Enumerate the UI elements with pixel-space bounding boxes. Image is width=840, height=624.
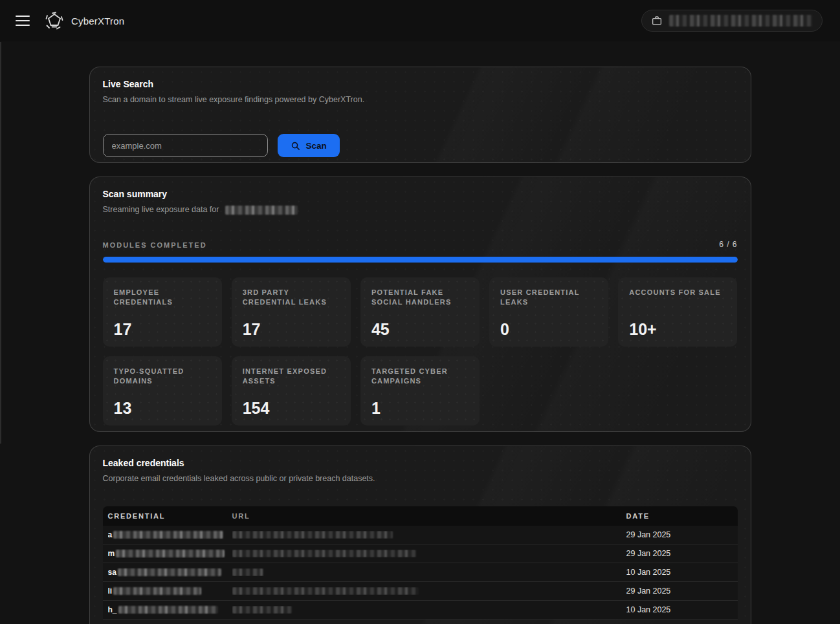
scan-summary-title: Scan summary	[103, 189, 738, 199]
url-redacted	[232, 531, 393, 539]
credential-redacted	[113, 531, 223, 539]
domain-input[interactable]	[103, 134, 268, 157]
live-search-card: Live Search Scan a domain to stream live…	[89, 67, 751, 163]
stat-value: 0	[500, 321, 597, 338]
scan-summary-card: Scan summary Streaming live exposure dat…	[89, 177, 751, 432]
stat-value: 1	[371, 400, 469, 416]
live-search-title: Live Search	[103, 79, 738, 89]
app-title: CyberXTron	[71, 16, 124, 27]
leaked-credentials-title: Leaked credentials	[103, 458, 738, 468]
scan-summary-subtitle: Streaming live exposure data for	[103, 205, 738, 215]
credential-redacted	[118, 606, 218, 614]
workspace-badge[interactable]	[641, 10, 823, 32]
table-row[interactable]: h_ 10 Jan 2025	[103, 601, 738, 619]
workspace-name-redacted	[669, 15, 813, 27]
modules-progress-bar	[103, 257, 738, 263]
stat-tile-accounts-for-sale: ACCOUNTS FOR SALE 10+	[618, 277, 737, 347]
leak-date: 29 Jan 2025	[626, 586, 738, 596]
url-redacted	[232, 550, 416, 557]
live-search-subtitle: Scan a domain to stream live exposure fi…	[103, 95, 738, 104]
left-rail-divider	[0, 42, 1, 444]
table-row[interactable]: sa 10 Jan 2025	[103, 563, 738, 582]
stat-value: 10+	[629, 321, 726, 338]
table-row[interactable]: a 29 Jan 2025	[103, 526, 738, 544]
stat-value: 154	[243, 400, 340, 416]
stat-tile-fake-social-handlers: POTENTIAL FAKE SOCIAL HANDLERS 45	[360, 277, 480, 347]
leak-date: 29 Jan 2025	[626, 549, 738, 558]
stat-tile-typo-squatted-domains: TYPO-SQUATTED DOMAINS 13	[103, 356, 222, 425]
scan-domain-redacted	[225, 206, 298, 215]
column-header-url: URL	[232, 512, 626, 520]
modules-progress-fill	[103, 257, 738, 263]
leaked-credentials-subtitle: Corporate email credentials leaked acros…	[103, 474, 738, 483]
stat-value: 13	[114, 400, 211, 416]
top-bar: CyberXTron	[0, 0, 840, 41]
column-header-credential: CREDENTIAL	[108, 512, 232, 520]
cyberxtron-logo-icon	[43, 9, 66, 32]
briefcase-icon	[651, 15, 663, 27]
stat-value: 17	[114, 321, 211, 338]
stats-grid: EMPLOYEE CREDENTIALS 17 3RD PARTY CREDEN…	[103, 277, 738, 425]
stat-tile-employee-credentials: EMPLOYEE CREDENTIALS 17	[103, 277, 222, 347]
leaked-credentials-table: CREDENTIAL URL DATE a 29 Jan 2025	[103, 506, 738, 619]
url-redacted	[232, 606, 292, 614]
column-header-date: DATE	[626, 512, 738, 520]
search-icon	[291, 141, 300, 151]
url-redacted	[232, 587, 419, 595]
modules-completed-count: 6 / 6	[719, 240, 737, 249]
table-row[interactable]: li 29 Jan 2025	[103, 582, 738, 601]
stat-value: 17	[243, 321, 340, 338]
scan-button-label: Scan	[306, 141, 327, 151]
leak-date: 29 Jan 2025	[626, 530, 738, 539]
credential-redacted	[118, 568, 221, 576]
table-row[interactable]: m 29 Jan 2025	[103, 544, 738, 563]
leaked-credentials-card: Leaked credentials Corporate email crede…	[89, 446, 751, 624]
scan-button[interactable]: Scan	[278, 134, 340, 157]
stat-tile-user-credential-leaks: USER CREDENTIAL LEAKS 0	[489, 277, 608, 347]
stat-value: 45	[371, 321, 469, 338]
stat-tile-3rd-party-leaks: 3RD PARTY CREDENTIAL LEAKS 17	[232, 277, 351, 347]
leak-date: 10 Jan 2025	[626, 605, 738, 614]
menu-icon[interactable]	[16, 16, 30, 26]
stat-tile-targeted-cyber-campaigns: TARGETED CYBER CAMPAIGNS 1	[360, 356, 480, 425]
stat-tile-internet-exposed-assets: INTERNET EXPOSED ASSETS 154	[232, 356, 351, 425]
modules-completed-label: MODULES COMPLETED	[103, 241, 207, 249]
table-header: CREDENTIAL URL DATE	[103, 506, 738, 526]
credential-redacted	[113, 587, 201, 595]
leak-date: 10 Jan 2025	[626, 568, 738, 577]
main-content: Live Search Scan a domain to stream live…	[89, 41, 751, 624]
url-redacted	[232, 568, 263, 576]
credential-redacted	[116, 550, 225, 557]
